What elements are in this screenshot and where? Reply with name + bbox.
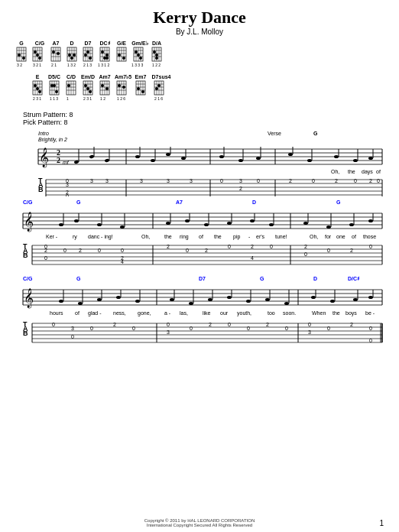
svg-text:A7: A7 (176, 200, 183, 205)
svg-point-148 (86, 87, 89, 90)
svg-text:1 1 3: 1 1 3 (50, 96, 58, 101)
svg-text:1: 1 (66, 96, 69, 101)
svg-point-414 (311, 296, 316, 299)
svg-point-160 (105, 87, 109, 90)
svg-point-171 (122, 86, 125, 89)
svg-text:G: G (313, 131, 318, 136)
svg-point-398 (135, 300, 140, 303)
svg-text:2: 2 (350, 322, 353, 327)
svg-text:1 3 1 2: 1 3 1 2 (98, 63, 110, 67)
svg-text:Intro: Intro (38, 131, 49, 136)
svg-point-42 (68, 54, 71, 57)
svg-text:0: 0 (71, 334, 74, 339)
chord-diagrams: G 3 2 C/G 3 2 1 A7 (15, 39, 384, 106)
svg-text:3: 3 (105, 178, 109, 183)
svg-text:youth,: youth, (237, 310, 251, 316)
svg-point-230 (256, 157, 261, 160)
svg-text:3: 3 (167, 178, 170, 183)
music-section-2: C/G G A7 D G 𝄞 (15, 196, 384, 273)
svg-point-218 (135, 155, 140, 158)
svg-text:3: 3 (167, 329, 170, 335)
svg-text:0: 0 (354, 178, 357, 183)
svg-text:D: D (70, 41, 73, 46)
svg-text:0: 0 (52, 322, 55, 327)
svg-text:DC♯: DC♯ (99, 41, 110, 46)
svg-text:0: 0 (228, 322, 231, 327)
svg-point-127 (55, 90, 58, 93)
svg-text:2: 2 (79, 248, 82, 253)
svg-text:2 3 1: 2 3 1 (83, 96, 92, 101)
svg-text:pip: pip (233, 234, 240, 240)
svg-point-236 (334, 155, 339, 158)
svg-text:A7: A7 (53, 41, 60, 46)
svg-text:of: of (352, 234, 356, 239)
song-title: Kerry Dance (15, 8, 384, 28)
composer: By J.L. Molloy (15, 28, 384, 36)
svg-text:of: of (199, 234, 203, 239)
svg-point-56 (89, 57, 92, 60)
svg-text:2: 2 (304, 244, 307, 249)
svg-point-222 (166, 153, 170, 156)
svg-text:3: 3 (90, 178, 93, 183)
chord-row-2: E 2 3 1 D5/C 1 1 3 C (31, 73, 368, 106)
svg-text:C/G: C/G (23, 276, 33, 281)
svg-point-404 (208, 298, 212, 301)
svg-point-90 (137, 54, 140, 57)
svg-text:G: G (260, 276, 264, 281)
svg-text:those: those (363, 234, 376, 239)
svg-text:0: 0 (369, 244, 372, 249)
svg-text:tune!: tune! (275, 234, 287, 239)
svg-text:soon.: soon. (283, 310, 296, 316)
svg-text:C/G: C/G (23, 200, 33, 205)
svg-text:E: E (36, 74, 40, 79)
svg-text:Am7♭5: Am7♭5 (115, 74, 131, 79)
svg-text:D7: D7 (199, 276, 206, 281)
svg-point-192 (157, 84, 161, 87)
svg-text:0: 0 (98, 248, 101, 253)
svg-text:G: G (19, 41, 24, 46)
svg-point-319 (349, 223, 354, 226)
svg-text:0: 0 (285, 326, 288, 331)
svg-text:D/A: D/A (152, 41, 161, 46)
svg-text:1 3 3 3: 1 3 3 3 (131, 63, 144, 67)
svg-text:2: 2 (350, 248, 353, 253)
svg-text:2: 2 (369, 178, 372, 183)
svg-point-55 (86, 50, 89, 54)
svg-text:Oh,: Oh, (331, 169, 339, 174)
svg-point-307 (204, 223, 209, 226)
music-section-1: Intro Brightly, in 2 Verse G 𝄞 2 2 mf (15, 128, 384, 196)
svg-text:2: 2 (57, 156, 60, 164)
svg-point-32 (57, 52, 60, 55)
svg-text:the: the (164, 234, 172, 239)
svg-text:0: 0 (121, 248, 124, 253)
svg-point-149 (89, 90, 92, 93)
svg-text:2: 2 (205, 248, 208, 253)
svg-point-305 (185, 219, 190, 222)
svg-text:B: B (23, 329, 28, 337)
svg-text:0: 0 (220, 178, 223, 183)
svg-text:hours: hours (50, 310, 63, 316)
page-number: 1 (379, 519, 384, 527)
svg-point-402 (189, 302, 193, 305)
svg-point-311 (250, 219, 255, 222)
svg-point-416 (330, 300, 335, 303)
svg-text:0: 0 (132, 326, 135, 331)
svg-point-69 (105, 57, 109, 60)
svg-point-226 (219, 155, 224, 158)
pick-pattern: Pick Pattern: 8 (23, 118, 384, 126)
svg-text:0: 0 (63, 248, 66, 253)
svg-point-400 (170, 298, 174, 301)
svg-point-238 (353, 159, 358, 162)
svg-text:gone,: gone, (138, 310, 151, 316)
svg-point-19 (34, 50, 37, 54)
svg-point-220 (151, 159, 155, 162)
svg-point-102 (155, 54, 158, 57)
svg-point-410 (265, 298, 270, 301)
svg-text:the: the (214, 234, 222, 239)
svg-text:2: 2 (113, 322, 116, 327)
svg-text:3: 3 (308, 329, 311, 335)
svg-text:D5/C: D5/C (48, 74, 60, 79)
page: Kerry Dance By J.L. Molloy G 3 2 C/G (0, 0, 399, 532)
svg-point-191 (155, 87, 158, 90)
svg-text:3: 3 (239, 178, 242, 183)
